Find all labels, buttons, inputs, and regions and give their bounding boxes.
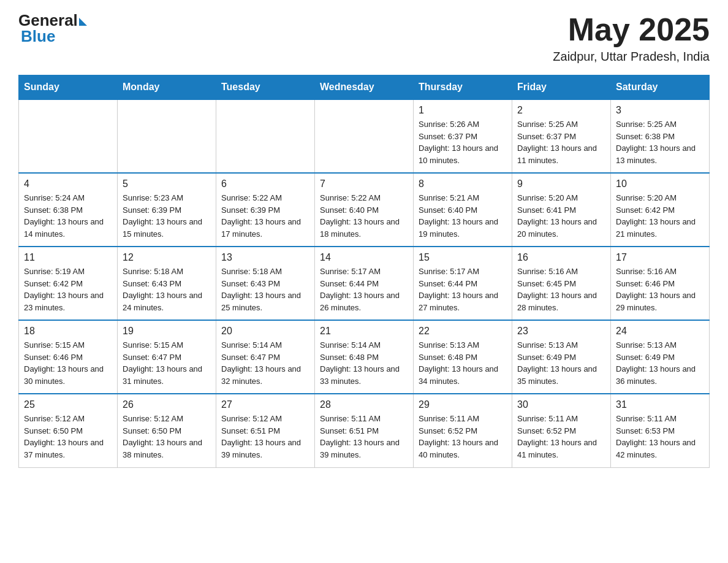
column-header-wednesday: Wednesday — [315, 75, 414, 100]
calendar-cell: 24Sunrise: 5:13 AM Sunset: 6:49 PM Dayli… — [611, 320, 710, 394]
day-number: 27 — [221, 399, 309, 410]
day-info: Sunrise: 5:16 AM Sunset: 6:46 PM Dayligh… — [616, 266, 704, 313]
calendar-cell: 13Sunrise: 5:18 AM Sunset: 6:43 PM Dayli… — [216, 247, 315, 320]
day-info: Sunrise: 5:19 AM Sunset: 6:42 PM Dayligh… — [24, 266, 112, 313]
day-info: Sunrise: 5:20 AM Sunset: 6:42 PM Dayligh… — [616, 192, 704, 240]
calendar-cell: 6Sunrise: 5:22 AM Sunset: 6:39 PM Daylig… — [216, 173, 315, 247]
day-number: 6 — [221, 178, 309, 190]
day-number: 16 — [517, 252, 605, 263]
page-header: General Blue May 2025 Zaidpur, Uttar Pra… — [18, 12, 710, 64]
day-number: 20 — [221, 326, 309, 337]
calendar-cell: 15Sunrise: 5:17 AM Sunset: 6:44 PM Dayli… — [414, 247, 512, 320]
column-header-friday: Friday — [512, 75, 611, 100]
calendar-cell: 8Sunrise: 5:21 AM Sunset: 6:40 PM Daylig… — [414, 173, 512, 247]
day-number: 14 — [320, 252, 408, 263]
logo-general-text: General — [18, 12, 78, 28]
calendar-cell: 5Sunrise: 5:23 AM Sunset: 6:39 PM Daylig… — [118, 173, 216, 247]
calendar-table: SundayMondayTuesdayWednesdayThursdayFrid… — [18, 75, 710, 468]
calendar-cell — [118, 99, 216, 173]
day-info: Sunrise: 5:12 AM Sunset: 6:50 PM Dayligh… — [123, 413, 211, 461]
day-info: Sunrise: 5:11 AM Sunset: 6:53 PM Dayligh… — [616, 413, 704, 461]
column-header-thursday: Thursday — [414, 75, 512, 100]
day-info: Sunrise: 5:18 AM Sunset: 6:43 PM Dayligh… — [221, 266, 309, 313]
day-number: 23 — [517, 326, 605, 337]
column-header-monday: Monday — [118, 75, 216, 100]
day-info: Sunrise: 5:22 AM Sunset: 6:40 PM Dayligh… — [320, 192, 408, 240]
day-info: Sunrise: 5:17 AM Sunset: 6:44 PM Dayligh… — [419, 266, 507, 313]
calendar-cell: 23Sunrise: 5:13 AM Sunset: 6:49 PM Dayli… — [512, 320, 611, 394]
day-number: 15 — [419, 252, 507, 263]
day-number: 2 — [517, 105, 605, 116]
day-info: Sunrise: 5:15 AM Sunset: 6:47 PM Dayligh… — [123, 339, 211, 387]
day-number: 1 — [419, 105, 507, 116]
calendar-cell: 29Sunrise: 5:11 AM Sunset: 6:52 PM Dayli… — [414, 394, 512, 467]
day-number: 28 — [320, 399, 408, 410]
logo: General Blue — [18, 12, 87, 46]
day-number: 17 — [616, 252, 704, 263]
day-info: Sunrise: 5:14 AM Sunset: 6:48 PM Dayligh… — [320, 339, 408, 387]
calendar-cell: 12Sunrise: 5:18 AM Sunset: 6:43 PM Dayli… — [118, 247, 216, 320]
logo-blue-text: Blue — [21, 27, 55, 46]
day-info: Sunrise: 5:20 AM Sunset: 6:41 PM Dayligh… — [517, 192, 605, 240]
day-info: Sunrise: 5:13 AM Sunset: 6:49 PM Dayligh… — [517, 339, 605, 387]
day-number: 26 — [123, 399, 211, 410]
day-info: Sunrise: 5:22 AM Sunset: 6:39 PM Dayligh… — [221, 192, 309, 240]
title-block: May 2025 Zaidpur, Uttar Pradesh, India — [553, 12, 710, 64]
calendar-cell: 16Sunrise: 5:16 AM Sunset: 6:45 PM Dayli… — [512, 247, 611, 320]
calendar-cell — [19, 99, 118, 173]
day-info: Sunrise: 5:12 AM Sunset: 6:51 PM Dayligh… — [221, 413, 309, 461]
day-number: 25 — [24, 399, 112, 410]
calendar-cell: 11Sunrise: 5:19 AM Sunset: 6:42 PM Dayli… — [19, 247, 118, 320]
day-info: Sunrise: 5:11 AM Sunset: 6:52 PM Dayligh… — [419, 413, 507, 461]
day-number: 29 — [419, 399, 507, 410]
calendar-cell: 7Sunrise: 5:22 AM Sunset: 6:40 PM Daylig… — [315, 173, 414, 247]
column-header-saturday: Saturday — [611, 75, 710, 100]
day-info: Sunrise: 5:15 AM Sunset: 6:46 PM Dayligh… — [24, 339, 112, 387]
day-number: 19 — [123, 326, 211, 337]
calendar-cell: 30Sunrise: 5:11 AM Sunset: 6:52 PM Dayli… — [512, 394, 611, 467]
week-row-2: 4Sunrise: 5:24 AM Sunset: 6:38 PM Daylig… — [19, 173, 710, 247]
day-number: 7 — [320, 178, 408, 190]
week-row-5: 25Sunrise: 5:12 AM Sunset: 6:50 PM Dayli… — [19, 394, 710, 467]
day-number: 13 — [221, 252, 309, 263]
week-row-4: 18Sunrise: 5:15 AM Sunset: 6:46 PM Dayli… — [19, 320, 710, 394]
month-title: May 2025 — [553, 12, 710, 47]
calendar-cell: 2Sunrise: 5:25 AM Sunset: 6:37 PM Daylig… — [512, 99, 611, 173]
logo-arrow-icon — [79, 18, 87, 26]
week-row-3: 11Sunrise: 5:19 AM Sunset: 6:42 PM Dayli… — [19, 247, 710, 320]
day-info: Sunrise: 5:16 AM Sunset: 6:45 PM Dayligh… — [517, 266, 605, 313]
day-info: Sunrise: 5:24 AM Sunset: 6:38 PM Dayligh… — [24, 192, 112, 240]
day-info: Sunrise: 5:12 AM Sunset: 6:50 PM Dayligh… — [24, 413, 112, 461]
day-number: 24 — [616, 326, 704, 337]
calendar-cell: 3Sunrise: 5:25 AM Sunset: 6:38 PM Daylig… — [611, 99, 710, 173]
day-number: 3 — [616, 105, 704, 116]
calendar-cell: 22Sunrise: 5:13 AM Sunset: 6:48 PM Dayli… — [414, 320, 512, 394]
day-info: Sunrise: 5:14 AM Sunset: 6:47 PM Dayligh… — [221, 339, 309, 387]
day-info: Sunrise: 5:13 AM Sunset: 6:48 PM Dayligh… — [419, 339, 507, 387]
calendar-cell: 17Sunrise: 5:16 AM Sunset: 6:46 PM Dayli… — [611, 247, 710, 320]
calendar-cell: 9Sunrise: 5:20 AM Sunset: 6:41 PM Daylig… — [512, 173, 611, 247]
day-info: Sunrise: 5:26 AM Sunset: 6:37 PM Dayligh… — [419, 118, 507, 166]
day-info: Sunrise: 5:25 AM Sunset: 6:38 PM Dayligh… — [616, 118, 704, 166]
calendar-header-row: SundayMondayTuesdayWednesdayThursdayFrid… — [19, 75, 710, 100]
day-info: Sunrise: 5:11 AM Sunset: 6:52 PM Dayligh… — [517, 413, 605, 461]
calendar-cell: 31Sunrise: 5:11 AM Sunset: 6:53 PM Dayli… — [611, 394, 710, 467]
calendar-cell — [216, 99, 315, 173]
day-info: Sunrise: 5:17 AM Sunset: 6:44 PM Dayligh… — [320, 266, 408, 313]
day-info: Sunrise: 5:25 AM Sunset: 6:37 PM Dayligh… — [517, 118, 605, 166]
calendar-cell — [315, 99, 414, 173]
calendar-cell: 14Sunrise: 5:17 AM Sunset: 6:44 PM Dayli… — [315, 247, 414, 320]
day-info: Sunrise: 5:23 AM Sunset: 6:39 PM Dayligh… — [123, 192, 211, 240]
day-number: 11 — [24, 252, 112, 263]
column-header-tuesday: Tuesday — [216, 75, 315, 100]
day-number: 18 — [24, 326, 112, 337]
day-number: 4 — [24, 178, 112, 190]
calendar-cell: 21Sunrise: 5:14 AM Sunset: 6:48 PM Dayli… — [315, 320, 414, 394]
week-row-1: 1Sunrise: 5:26 AM Sunset: 6:37 PM Daylig… — [19, 99, 710, 173]
day-number: 5 — [123, 178, 211, 190]
location-text: Zaidpur, Uttar Pradesh, India — [553, 50, 710, 64]
day-info: Sunrise: 5:11 AM Sunset: 6:51 PM Dayligh… — [320, 413, 408, 461]
calendar-cell: 27Sunrise: 5:12 AM Sunset: 6:51 PM Dayli… — [216, 394, 315, 467]
day-number: 21 — [320, 326, 408, 337]
day-number: 30 — [517, 399, 605, 410]
